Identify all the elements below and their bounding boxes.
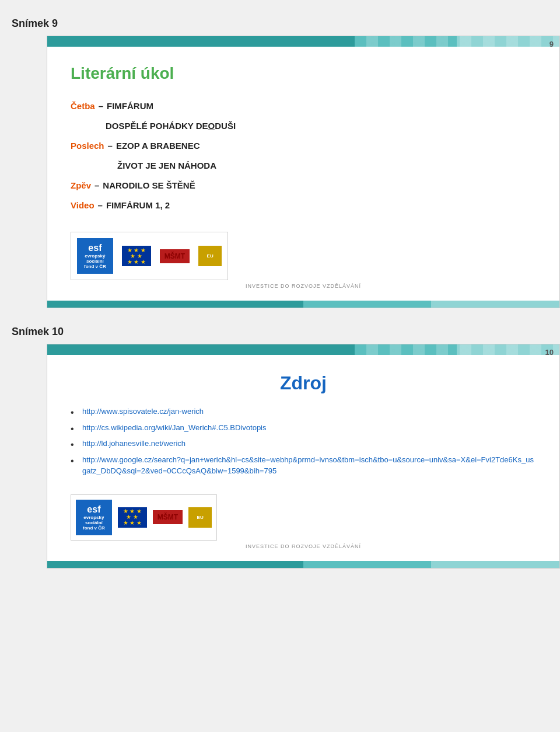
video-label: Video: [71, 197, 94, 214]
slide10-title: Zdroj: [71, 372, 536, 394]
esf-logo: esf evropský sociální fond v ČR: [77, 238, 113, 274]
slide9-logos: esf evropský sociální fond v ČR ★ ★ ★★ ★…: [71, 232, 228, 280]
slide10-logos: esf evropský sociální fond v ČR ★ ★ ★★ ★…: [71, 494, 217, 541]
msmt-logo-2: MŠMT: [153, 510, 183, 524]
slide10-label: Snímek 10: [12, 326, 548, 338]
source-link-3[interactable]: http://ld.johanesville.net/werich: [82, 439, 186, 448]
slide9-container: 9 Literární úkol Četba – FIMFÁRUM DOSPĚL…: [47, 36, 560, 308]
msmt-logo: MŠMT: [160, 249, 190, 263]
zpev-label: Zpěv: [71, 177, 91, 194]
eu-stars-2: ★ ★ ★★ ★★ ★ ★: [123, 508, 142, 526]
eu-stars: ★ ★ ★★ ★★ ★ ★: [127, 248, 146, 265]
cetba-label: Četba: [71, 97, 95, 115]
poslech-text: EZOP A BRABENEC: [116, 137, 200, 155]
source-link-4[interactable]: http://www.google.cz/search?q=jan+werich…: [82, 455, 534, 476]
cetba-text2: DOSPĚLÉ POHÁDKY DEODUŠI: [106, 117, 236, 135]
slide9-label: Snímek 9: [12, 18, 548, 30]
slide10-number: 10: [545, 348, 554, 357]
esf-logo-2: esf evropský sociální fond v ČR: [76, 500, 112, 535]
source-item-4: http://www.google.cz/search?q=jan+werich…: [71, 454, 536, 477]
slide9-header-bar: 9: [47, 36, 559, 47]
assignment-row-poslech: Poslech – EZOP A BRABENEC: [71, 137, 536, 155]
source-item-1: http://www.spisovatele.cz/jan-werich: [71, 406, 536, 417]
slide10-investice: INVESTICE DO ROZVOJE VZDĚLÁVÁNÍ: [71, 543, 536, 549]
slide9-footer-bar: [47, 301, 559, 308]
slide10-footer-bar: [47, 561, 559, 568]
assignment-row-cetba2: DOSPĚLÉ POHÁDKY DEODUŠI: [71, 117, 536, 135]
source-link-2[interactable]: http://cs.wikipedia.org/wiki/Jan_Werich#…: [82, 423, 267, 432]
video-text: FIMFÁRUM 1, 2: [106, 197, 170, 214]
source-link-1[interactable]: http://www.spisovatele.cz/jan-werich: [82, 407, 204, 416]
msmt-logo-wrapper: MŠMT: [160, 249, 190, 263]
slide9-investice: INVESTICE DO ROZVOJE VZDĚLÁVÁNÍ: [71, 283, 536, 289]
slide10-container: 10 Zdroj http://www.spisovatele.cz/jan-w…: [47, 344, 560, 569]
assignment-row-cetba: Četba – FIMFÁRUM: [71, 97, 536, 115]
source-item-2: http://cs.wikipedia.org/wiki/Jan_Werich#…: [71, 422, 536, 434]
assignment-row-video: Video – FIMFÁRUM 1, 2: [71, 197, 536, 214]
msmt-logo-wrapper-2: MŠMT: [153, 510, 183, 524]
eu-flag-logo-2: EU: [188, 507, 212, 528]
cetba-text: FIMFÁRUM: [107, 97, 153, 115]
source-list: http://www.spisovatele.cz/jan-werich htt…: [71, 406, 536, 477]
poslech-label: Poslech: [71, 137, 104, 155]
slide9-title: Literární úkol: [71, 64, 536, 83]
slide9-number: 9: [550, 40, 554, 48]
slide9-assignments: Četba – FIMFÁRUM DOSPĚLÉ POHÁDKY DEODUŠI…: [71, 97, 536, 214]
assignment-row-zpev: Zpěv – NARODILO SE ŠTĚNĚ: [71, 177, 536, 194]
slide10-header-bar: 10: [47, 344, 559, 355]
slide10-content: Zdroj http://www.spisovatele.cz/jan-weri…: [47, 355, 559, 561]
zpev-text: NARODILO SE ŠTĚNĚ: [103, 177, 195, 194]
assignment-row-poslech2: ŽIVOT JE JEN NÁHODA: [71, 157, 536, 175]
eu-flag-logo: EU: [198, 246, 222, 266]
eu-logo: ★ ★ ★★ ★★ ★ ★: [122, 246, 151, 266]
slide9-content: Literární úkol Četba – FIMFÁRUM DOSPĚLÉ …: [47, 47, 559, 301]
eu-logo-2: ★ ★ ★★ ★★ ★ ★: [118, 507, 147, 528]
source-item-3: http://ld.johanesville.net/werich: [71, 438, 536, 449]
poslech-text2: ŽIVOT JE JEN NÁHODA: [117, 157, 216, 175]
